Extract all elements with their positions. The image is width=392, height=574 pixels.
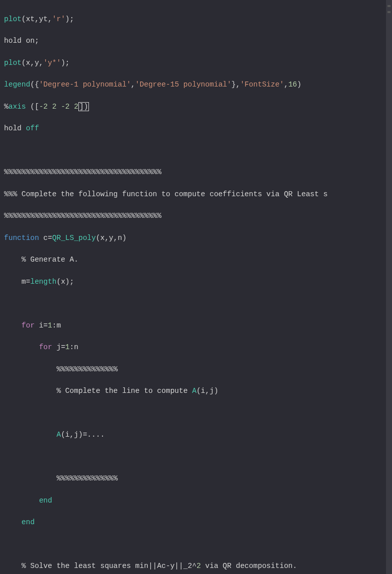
code-line: m=length(x);: [4, 277, 392, 288]
code-line: hold off: [4, 123, 392, 134]
code-line: legend({'Degree-1 polynomial','Degree-15…: [4, 79, 392, 91]
code-token: plot: [4, 15, 22, 23]
code-line: % Solve the least squares min||Ac-y||_2^…: [4, 561, 392, 572]
code-line: for j=1:n: [4, 342, 392, 353]
code-line: plot(xt,yt,'r');: [4, 14, 392, 25]
code-line: %%%%%%%%%%%%%%: [4, 473, 392, 484]
code-line: [4, 408, 392, 419]
scroll-marker: [387, 5, 390, 7]
vertical-scrollbar[interactable]: [386, 0, 392, 574]
code-editor[interactable]: plot(xt,yt,'r'); hold on; plot(x,y,'y*')…: [4, 3, 392, 574]
code-line: A(i,j)=....: [4, 430, 392, 441]
code-line: % Complete the line to compute A(i,j): [4, 386, 392, 397]
code-line: [4, 452, 392, 463]
scroll-marker: [387, 11, 390, 13]
code-line: [4, 145, 392, 156]
code-line: %%%%%%%%%%%%%%%%%%%%%%%%%%%%%%%%%%%%: [4, 211, 392, 222]
code-line: % Generate A.: [4, 255, 392, 266]
code-line: %axis ([-2 2 -2 2]): [4, 102, 392, 113]
code-line: plot(x,y,'y*');: [4, 58, 392, 69]
text-cursor: ]): [78, 102, 89, 111]
code-line: end: [4, 517, 392, 528]
code-line: [4, 298, 392, 309]
code-line: %%%%%%%%%%%%%%: [4, 364, 392, 375]
code-line: function c=QR_LS_poly(x,y,n): [4, 233, 392, 244]
code-line: for i=1:m: [4, 320, 392, 332]
code-line: %%% Complete the following function to c…: [4, 189, 392, 200]
code-line: hold on;: [4, 36, 392, 47]
code-line: [4, 539, 392, 550]
code-line: %%%%%%%%%%%%%%%%%%%%%%%%%%%%%%%%%%%%: [4, 167, 392, 178]
code-line: end: [4, 496, 392, 507]
